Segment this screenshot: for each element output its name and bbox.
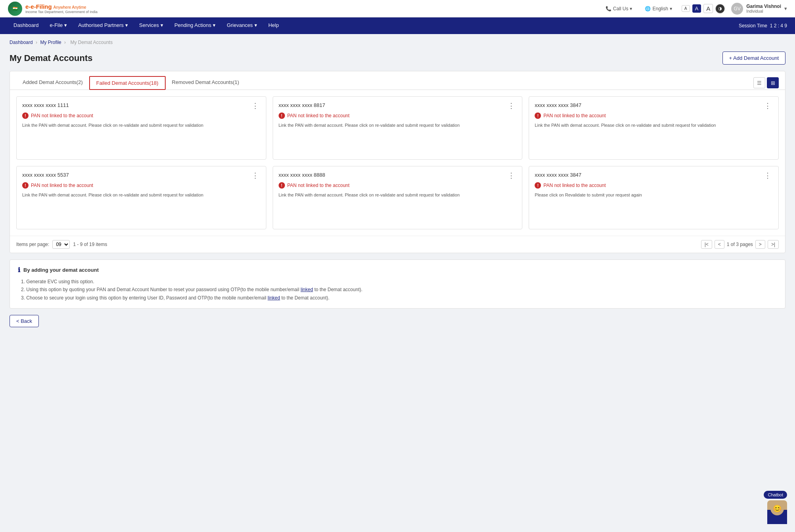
account-number: xxxx xxxx xxxx 8888 [279, 172, 325, 178]
call-us-button[interactable]: 📞 Call Us ▾ [602, 4, 636, 13]
font-small-button[interactable]: A [682, 5, 690, 12]
card-error: ! PAN not linked to the account [535, 113, 773, 119]
user-info: Garima Vishnoi Individual [746, 4, 781, 13]
error-icon: ! [279, 113, 285, 119]
top-bar: 🇮🇳 e-e-Filing Anywhere Anytime Income Ta… [0, 0, 795, 17]
logo-section: 🇮🇳 e-e-Filing Anywhere Anytime Income Ta… [8, 2, 97, 16]
prev-page-button[interactable]: < [715, 240, 724, 249]
account-number: xxxx xxxx xxxx 3847 [535, 102, 581, 108]
card-menu-button[interactable]: ⋮ [506, 102, 516, 109]
page-header: My Demat Accounts + Add Demat Account [10, 51, 785, 65]
breadcrumb-myprofile[interactable]: My Profile [40, 40, 61, 45]
font-medium-button[interactable]: A [692, 4, 701, 13]
tabs-row: Added Demat Accounts(2) Failed Demat Acc… [10, 71, 785, 90]
demat-cards-grid: xxxx xxxx xxxx 1111 ⋮ ! PAN not linked t… [10, 90, 785, 236]
card-menu-button[interactable]: ⋮ [763, 172, 773, 179]
card-error: ! PAN not linked to the account [279, 113, 517, 119]
per-page-select[interactable]: 09 18 27 [52, 240, 70, 249]
globe-icon: 🌐 [645, 6, 651, 11]
info-item-2: 2. Using this option by quoting your PAN… [19, 286, 777, 294]
breadcrumb-current: My Demat Accounts [70, 40, 113, 45]
card-description: Please click on Revalidate to submit you… [535, 192, 773, 198]
logo-emblem: 🇮🇳 [8, 2, 22, 16]
nav-efile[interactable]: e-File ▾ [44, 17, 73, 34]
grid-view-button[interactable]: ⊞ [767, 77, 779, 88]
page-info: 1 of 3 pages [727, 242, 753, 247]
phone-icon: 📞 [606, 6, 612, 11]
account-number: xxxx xxxx xxxx 8817 [279, 102, 325, 108]
logo-tagline: Anywhere Anytime [54, 5, 86, 10]
account-number: xxxx xxxx xxxx 1111 [22, 102, 69, 108]
linked-link-2[interactable]: linked [268, 295, 280, 301]
pagination-row: Items per page: 09 18 27 1 - 9 of 19 ite… [10, 236, 785, 253]
nav-dashboard[interactable]: Dashboard [8, 17, 44, 34]
last-page-button[interactable]: >| [768, 240, 779, 249]
card-header: xxxx xxxx xxxx 3847 ⋮ [535, 172, 773, 179]
first-page-button[interactable]: |< [701, 240, 712, 249]
tab-added-demat[interactable]: Added Demat Accounts(2) [16, 76, 89, 90]
card-description: Link the PAN with demat account. Please … [22, 122, 260, 129]
breadcrumb-dashboard[interactable]: Dashboard [10, 40, 33, 45]
account-number: xxxx xxxx xxxx 5537 [22, 172, 69, 178]
logo: 🇮🇳 e-e-Filing Anywhere Anytime Income Ta… [8, 2, 97, 16]
nav-services[interactable]: Services ▾ [134, 17, 169, 34]
items-per-page-label: Items per page: [16, 242, 49, 247]
call-chevron-icon: ▾ [630, 6, 632, 11]
breadcrumb-sep-1: › [36, 40, 38, 45]
nav-pending-actions[interactable]: Pending Actions ▾ [169, 17, 221, 34]
linked-link-1[interactable]: linked [300, 287, 313, 292]
card-header: xxxx xxxx xxxx 1111 ⋮ [22, 102, 260, 109]
add-demat-account-button[interactable]: + Add Demat Account [722, 51, 785, 65]
user-type: Individual [746, 9, 781, 13]
user-name: Garima Vishnoi [746, 4, 781, 9]
info-list: 1. Generate EVC using this option. 2. Us… [18, 278, 777, 302]
demat-card: xxxx xxxx xxxx 5537 ⋮ ! PAN not linked t… [16, 166, 266, 229]
breadcrumb: Dashboard › My Profile › My Demat Accoun… [0, 34, 795, 48]
card-header: xxxx xxxx xxxx 8817 ⋮ [279, 102, 517, 109]
view-toggle: ☰ ⊞ [753, 77, 779, 88]
logo-dept: Income Tax Department, Government of Ind… [25, 10, 97, 14]
session-time: Session Time 1 2 : 4 9 [739, 23, 787, 29]
demat-card: xxxx xxxx xxxx 8888 ⋮ ! PAN not linked t… [273, 166, 523, 229]
card-error: ! PAN not linked to the account [22, 182, 260, 189]
demat-card: xxxx xxxx xxxx 1111 ⋮ ! PAN not linked t… [16, 96, 266, 160]
avatar: GV [731, 3, 743, 15]
language-button[interactable]: 🌐 English ▾ [642, 4, 675, 13]
font-controls: A A A ◑ [682, 4, 725, 13]
tab-failed-demat[interactable]: Failed Demat Accounts(18) [89, 76, 166, 90]
page-title: My Demat Accounts [10, 53, 92, 63]
pagination-left: Items per page: 09 18 27 1 - 9 of 19 ite… [16, 240, 107, 249]
info-icon: ℹ [18, 266, 20, 274]
pagination-right: |< < 1 of 3 pages > >| [701, 240, 779, 249]
error-icon: ! [535, 182, 541, 189]
font-large-button[interactable]: A [703, 4, 713, 13]
error-icon: ! [535, 113, 541, 119]
demat-card: xxxx xxxx xxxx 8817 ⋮ ! PAN not linked t… [273, 96, 523, 160]
card-menu-button[interactable]: ⋮ [250, 172, 260, 179]
contrast-button[interactable]: ◑ [715, 4, 725, 13]
card-menu-button[interactable]: ⋮ [506, 172, 516, 179]
next-page-button[interactable]: > [755, 240, 765, 249]
page-content: My Demat Accounts + Add Demat Account Ad… [0, 48, 795, 335]
card-header: xxxx xxxx xxxx 5537 ⋮ [22, 172, 260, 179]
list-view-button[interactable]: ☰ [753, 77, 765, 88]
card-menu-button[interactable]: ⋮ [250, 102, 260, 109]
nav-authorised-partners[interactable]: Authorised Partners ▾ [73, 17, 134, 34]
navbar: Dashboard e-File ▾ Authorised Partners ▾… [0, 17, 795, 34]
nav-help[interactable]: Help [263, 17, 285, 34]
tab-removed-demat[interactable]: Removed Demat Accounts(1) [166, 76, 246, 90]
items-count-label: 1 - 9 of 19 items [73, 242, 107, 247]
card-menu-button[interactable]: ⋮ [763, 102, 773, 109]
info-box: ℹ By adding your demat account 1. Genera… [10, 259, 785, 309]
user-chevron-icon[interactable]: ▾ [784, 6, 787, 11]
nav-grievances[interactable]: Grievances ▾ [221, 17, 263, 34]
services-chevron-icon: ▾ [161, 22, 163, 28]
efile-chevron-icon: ▾ [64, 22, 67, 28]
card-description: Link the PAN with demat account. Please … [279, 192, 517, 198]
card-description: Link the PAN with demat account. Please … [279, 122, 517, 129]
breadcrumb-sep-2: › [64, 40, 67, 45]
error-icon: ! [22, 182, 29, 189]
back-button[interactable]: < Back [10, 315, 39, 327]
info-header: ℹ By adding your demat account [18, 266, 777, 274]
demat-card: xxxx xxxx xxxx 3847 ⋮ ! PAN not linked t… [529, 166, 779, 229]
